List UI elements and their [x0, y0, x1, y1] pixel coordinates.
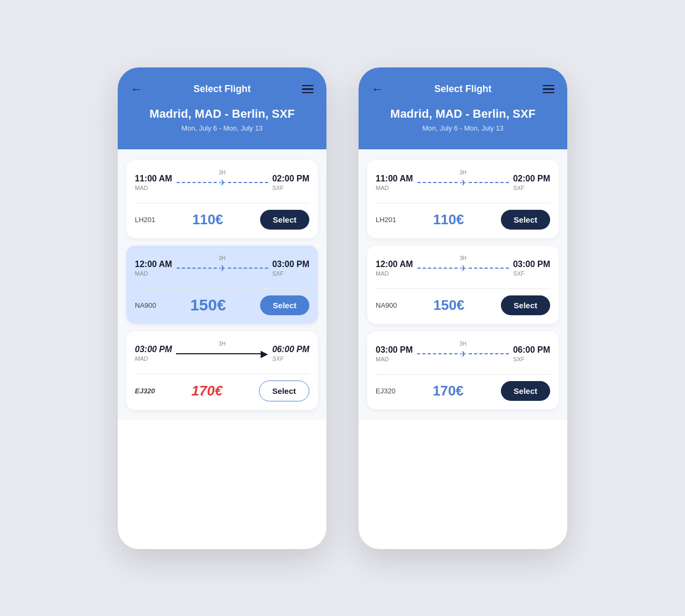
route-dates: Mon, July 6 - Mon, July 13 [131, 124, 314, 132]
flight-times-row: 12:00 AMMAD3H✈03:00 PMSXF [135, 255, 309, 281]
flight-info-row: NA900150€Select [135, 295, 309, 315]
line-with-plane: ✈ [177, 178, 268, 188]
nav-title: Select Flight [434, 83, 491, 95]
flight-card-na900: 12:00 AMMAD3H✈03:00 PMSXFNA900150€Select [126, 246, 318, 324]
flight-card-lh201: 11:00 AMMAD3H✈02:00 PMSXFLH201110€Select [126, 160, 318, 238]
depart-airport: MAD [376, 356, 413, 362]
flight-times-row: 11:00 AMMAD3H✈02:00 PMSXF [376, 170, 550, 195]
arrive-airport: SXF [272, 355, 309, 362]
flight-info-row: NA900150€Select [376, 295, 550, 315]
phone-header: ←Select FlightMadrid, MAD - Berlin, SXFM… [118, 67, 326, 149]
flight-price: 150€ [433, 297, 465, 314]
card-divider [376, 374, 550, 375]
depart-airport: MAD [135, 270, 172, 277]
arrive-block: 02:00 PMSXF [513, 174, 550, 191]
route-dates: Mon, July 6 - Mon, July 13 [371, 124, 554, 132]
plane-icon: ✈ [460, 263, 467, 273]
dashed-line-right [469, 182, 509, 183]
arrive-time: 06:00 PM [272, 345, 309, 354]
plane-icon: ✈ [219, 263, 226, 273]
dashed-line-left [177, 268, 217, 269]
depart-block: 12:00 AMMAD [135, 260, 172, 277]
flight-times-row: 11:00 AMMAD3H✈02:00 PMSXF [135, 170, 309, 195]
menu-button[interactable] [543, 85, 554, 94]
phone-header: ←Select FlightMadrid, MAD - Berlin, SXFM… [359, 67, 567, 149]
select-button-na900[interactable]: Select [501, 295, 550, 315]
arrive-block: 02:00 PMSXF [272, 174, 309, 191]
flight-number: EJ320 [135, 387, 155, 395]
flight-info-row: LH201110€Select [376, 210, 550, 230]
depart-block: 11:00 AMMAD [135, 174, 172, 191]
arrive-time: 06:00 PM [513, 345, 550, 355]
arrive-time: 03:00 PM [272, 260, 309, 269]
duration-label: 3H [460, 341, 467, 347]
duration-label: 3H [219, 255, 226, 261]
flight-info-row: EJ320170€Select [376, 381, 550, 401]
depart-airport: MAD [135, 355, 172, 362]
flight-card-ej320: 03:00 PMMAD3H▶06:00 PMSXFEJ320170€Select [126, 331, 318, 410]
flight-line: 3H✈ [417, 170, 509, 195]
depart-block: 03:00 PMMAD [376, 345, 413, 362]
flight-line: 3H✈ [177, 255, 268, 281]
card-divider [135, 203, 309, 203]
depart-time: 11:00 AM [135, 174, 172, 184]
arrive-time: 02:00 PM [272, 174, 309, 184]
nav-title: Select Flight [193, 83, 250, 95]
flight-times-row: 03:00 PMMAD3H✈06:00 PMSXF [376, 341, 550, 367]
arrive-airport: SXF [272, 270, 309, 277]
plane-icon: ✈ [460, 349, 467, 359]
flight-list: 11:00 AMMAD3H✈02:00 PMSXFLH201110€Select… [359, 149, 567, 420]
select-button-lh201[interactable]: Select [501, 210, 550, 230]
dashed-line-left [417, 182, 458, 183]
nav-bar: ←Select Flight [371, 82, 554, 96]
arrive-airport: SXF [272, 185, 309, 191]
arrive-time: 03:00 PM [513, 260, 550, 269]
arrive-airport: SXF [513, 185, 550, 191]
arrive-block: 06:00 PMSXF [272, 345, 309, 362]
select-button-na900[interactable]: Select [260, 295, 309, 315]
dashed-line-right [469, 353, 509, 354]
flight-number: LH201 [135, 216, 155, 224]
duration-label: 3H [219, 341, 226, 347]
flight-price: 150€ [190, 296, 226, 314]
back-button[interactable]: ← [131, 82, 142, 96]
arrow-head-icon: ▶ [261, 349, 268, 359]
nav-bar: ←Select Flight [131, 82, 314, 96]
card-divider [135, 374, 309, 374]
depart-time: 12:00 AM [135, 260, 172, 269]
flight-line: 3H✈ [417, 341, 508, 367]
select-button-ej320[interactable]: Select [259, 381, 309, 401]
arrive-time: 02:00 PM [513, 174, 550, 184]
dashed-line-left [417, 353, 457, 354]
flight-number: NA900 [376, 301, 397, 309]
duration-label: 3H [460, 170, 467, 176]
line-with-plane: ✈ [417, 263, 509, 273]
depart-airport: MAD [135, 185, 172, 191]
line-with-plane: ✈ [177, 263, 268, 273]
plane-icon: ✈ [219, 178, 226, 188]
select-button-ej320[interactable]: Select [501, 381, 550, 401]
flight-info-row: LH201110€Select [135, 210, 309, 230]
arrive-block: 03:00 PMSXF [513, 260, 550, 277]
card-divider [376, 203, 550, 203]
depart-time: 03:00 PM [376, 345, 413, 355]
menu-button[interactable] [302, 85, 314, 94]
depart-time: 12:00 AM [376, 260, 413, 269]
duration-label: 3H [219, 170, 226, 176]
depart-block: 03:00 PMMAD [135, 345, 172, 362]
dashed-line-right [469, 268, 509, 269]
solid-line [176, 353, 262, 354]
select-button-lh201[interactable]: Select [260, 210, 309, 230]
duration-label: 3H [460, 255, 467, 261]
arrive-airport: SXF [513, 356, 550, 362]
route-title: Madrid, MAD - Berlin, SXF [371, 107, 554, 121]
flight-price: 110€ [433, 211, 464, 228]
flight-price: 110€ [192, 211, 223, 228]
arrive-block: 06:00 PMSXF [513, 345, 550, 362]
dashed-line-left [417, 268, 458, 269]
depart-airport: MAD [376, 270, 413, 277]
dashed-line-left [177, 182, 217, 183]
depart-block: 12:00 AMMAD [376, 260, 413, 277]
back-button[interactable]: ← [371, 82, 383, 96]
flight-line: 3H▶ [176, 341, 268, 366]
